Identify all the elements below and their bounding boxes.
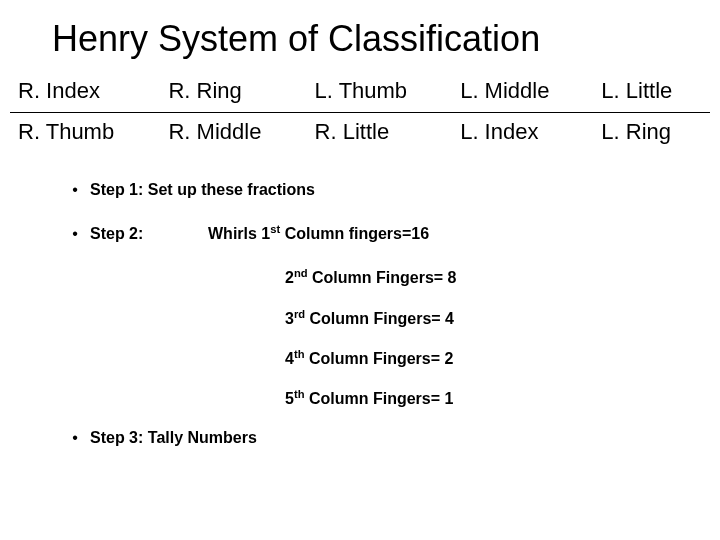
cell-l-middle: L. Middle <box>452 72 593 113</box>
step-2-first-line: Whirls 1st Column fingers=16 <box>208 223 429 243</box>
cell-l-thumb: L. Thumb <box>307 72 453 113</box>
text: 3 <box>285 310 294 327</box>
ordinal-sup: nd <box>294 267 308 279</box>
ordinal-sup: st <box>270 223 280 235</box>
steps-list: • Step 1: Set up these fractions • Step … <box>60 181 720 447</box>
text: Column Fingers= 1 <box>304 391 453 408</box>
cell-r-index: R. Index <box>10 72 160 113</box>
fraction-table: R. Index R. Ring L. Thumb L. Middle L. L… <box>10 72 710 153</box>
cell-r-ring: R. Ring <box>160 72 306 113</box>
cell-r-little: R. Little <box>307 113 453 154</box>
text: 5 <box>285 391 294 408</box>
slide-title: Henry System of Classification <box>0 0 720 72</box>
text: Column Fingers= 4 <box>305 310 454 327</box>
text: Column Fingers= 8 <box>308 270 457 287</box>
step-2-label: Step 2: <box>90 225 208 243</box>
step-2: • Step 2: Whirls 1st Column fingers=16 <box>60 223 720 243</box>
text: Column Fingers= 2 <box>304 350 453 367</box>
cell-r-middle: R. Middle <box>160 113 306 154</box>
column-line-5: 5th Column Fingers= 1 <box>285 388 720 408</box>
cell-l-ring: L. Ring <box>593 113 710 154</box>
step-3: • Step 3: Tally Numbers <box>60 429 720 447</box>
ordinal-sup: th <box>294 388 305 400</box>
step-1-text: Step 1: Set up these fractions <box>90 181 315 199</box>
cell-l-index: L. Index <box>452 113 593 154</box>
bullet-icon: • <box>60 225 90 243</box>
table-row: R. Index R. Ring L. Thumb L. Middle L. L… <box>10 72 710 113</box>
text: 2 <box>285 270 294 287</box>
column-line-4: 4th Column Fingers= 2 <box>285 348 720 368</box>
cell-r-thumb: R. Thumb <box>10 113 160 154</box>
step-1: • Step 1: Set up these fractions <box>60 181 720 199</box>
text: 4 <box>285 350 294 367</box>
ordinal-sup: rd <box>294 308 305 320</box>
column-line-3: 3rd Column Fingers= 4 <box>285 308 720 328</box>
column-line-2: 2nd Column Fingers= 8 <box>285 267 720 287</box>
bullet-icon: • <box>60 429 90 447</box>
bullet-icon: • <box>60 181 90 199</box>
step-3-text: Step 3: Tally Numbers <box>90 429 257 447</box>
column-values: 2nd Column Fingers= 8 3rd Column Fingers… <box>285 267 720 408</box>
ordinal-sup: th <box>294 348 305 360</box>
text: Column fingers=16 <box>280 225 429 242</box>
table-row: R. Thumb R. Middle R. Little L. Index L.… <box>10 113 710 154</box>
cell-l-little: L. Little <box>593 72 710 113</box>
text: Whirls 1 <box>208 225 270 242</box>
